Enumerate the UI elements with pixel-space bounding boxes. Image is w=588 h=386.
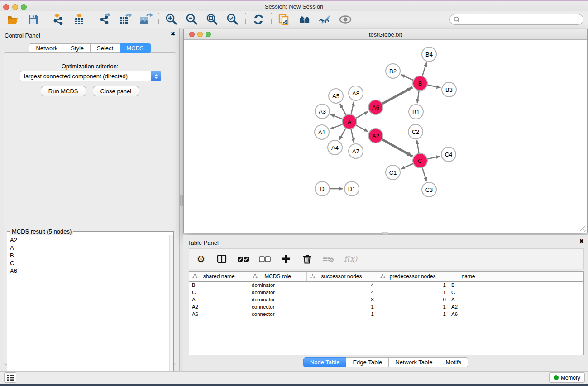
table-row[interactable]: Bdominator41B xyxy=(189,281,583,289)
table-row[interactable]: Cdominator41C xyxy=(189,289,583,296)
graph-node-B4[interactable]: B4 xyxy=(422,47,436,62)
graph-node-D1[interactable]: D1 xyxy=(344,181,359,196)
mcds-result-item[interactable]: A2 xyxy=(10,236,169,244)
tab-select[interactable]: Select xyxy=(91,43,120,53)
add-row-icon[interactable] xyxy=(281,254,292,263)
table-cell[interactable]: 0 xyxy=(377,296,449,303)
graph-node-C3[interactable]: C3 xyxy=(422,182,436,197)
graph-node-C[interactable]: C xyxy=(413,153,427,168)
table-cell[interactable]: 1 xyxy=(377,289,449,296)
network-canvas[interactable]: B4B2BB3A5A8A6A3B1AA1C2A2A4A7C4CC1C3DD1 xyxy=(184,40,587,233)
tab-style[interactable]: Style xyxy=(64,43,91,53)
hide-details-icon[interactable] xyxy=(318,13,332,26)
table-cell[interactable]: C xyxy=(189,289,249,296)
result-scrollbar[interactable] xyxy=(169,235,173,386)
graph-node-A5[interactable]: A5 xyxy=(329,89,343,103)
open-session-icon[interactable] xyxy=(6,13,19,26)
graph-node-D[interactable]: D xyxy=(315,181,330,196)
graph-node-B3[interactable]: B3 xyxy=(442,82,456,97)
zoom-selected-icon[interactable] xyxy=(226,13,239,26)
graph-node-B2[interactable]: B2 xyxy=(386,64,400,78)
float-panel-icon[interactable] xyxy=(570,240,574,244)
graph-node-A1[interactable]: A1 xyxy=(315,125,329,139)
mcds-result-item[interactable]: B xyxy=(10,252,169,259)
close-panel-icon[interactable]: ✖ xyxy=(171,31,175,37)
column-header-name[interactable]: name xyxy=(449,272,488,281)
zoom-fit-icon[interactable] xyxy=(206,13,219,26)
table-row[interactable]: Adominator80A xyxy=(189,296,583,303)
table-cell[interactable]: B xyxy=(449,281,488,289)
criterion-select[interactable]: largest connected component (directed) xyxy=(20,71,161,81)
tab-edge-table[interactable]: Edge Table xyxy=(346,357,389,367)
table-cell[interactable]: B xyxy=(189,281,249,289)
graph-node-A6[interactable]: A6 xyxy=(368,100,383,114)
table-cell[interactable]: 8 xyxy=(306,296,377,303)
column-header-MCDS-role[interactable]: MCDS role xyxy=(249,272,306,281)
float-panel-icon[interactable] xyxy=(162,33,166,37)
zoom-out-icon[interactable] xyxy=(185,13,199,26)
column-header-shared-name[interactable]: shared name xyxy=(189,272,249,281)
column-header-successor-nodes[interactable]: successor nodes xyxy=(306,272,377,281)
table-cell[interactable]: A xyxy=(449,296,488,303)
graph-node-B[interactable]: B xyxy=(413,76,427,91)
import-table-icon[interactable] xyxy=(72,13,86,26)
run-mcds-button[interactable]: Run MCDS xyxy=(41,86,86,96)
memory-button[interactable]: Memory xyxy=(549,372,585,383)
network-graph[interactable]: B4B2BB3A5A8A6A3B1AA1C2A2A4A7C4CC1C3DD1 xyxy=(184,40,587,233)
show-details-icon[interactable] xyxy=(339,13,352,26)
export-image-icon[interactable] xyxy=(139,13,153,26)
graph-node-C4[interactable]: C4 xyxy=(441,147,456,162)
clone-network-view-icon[interactable] xyxy=(277,13,291,26)
table-cell[interactable]: 1 xyxy=(377,310,449,318)
delete-rows-icon[interactable] xyxy=(301,254,312,264)
tab-network-table[interactable]: Network Table xyxy=(389,357,439,367)
home-icon[interactable] xyxy=(298,13,311,26)
table-cell[interactable]: A6 xyxy=(189,310,249,318)
select-all-icon[interactable] xyxy=(237,256,249,262)
deselect-all-icon[interactable] xyxy=(259,256,271,262)
show-columns-icon[interactable] xyxy=(216,254,227,263)
mcds-result-item[interactable]: C xyxy=(10,259,169,267)
table-cell[interactable]: A xyxy=(189,296,249,303)
tab-network[interactable]: Network xyxy=(29,43,64,53)
table-cell[interactable]: dominator xyxy=(249,296,306,303)
tab-node-table[interactable]: Node Table xyxy=(303,357,347,367)
close-panel-button[interactable]: Close panel xyxy=(93,86,139,96)
column-header-predecessor-nodes[interactable]: predecessor nodes xyxy=(377,272,449,281)
graph-node-A4[interactable]: A4 xyxy=(328,140,342,155)
panel-splitter-handle[interactable] xyxy=(180,195,183,206)
export-network-icon[interactable] xyxy=(98,13,112,26)
tab-motifs[interactable]: Motifs xyxy=(439,357,468,367)
table-cell[interactable]: C xyxy=(449,289,488,296)
graph-node-A[interactable]: A xyxy=(342,114,357,129)
table-cell[interactable]: connector xyxy=(249,310,306,318)
table-cell[interactable]: dominator xyxy=(249,281,306,289)
graph-node-B1[interactable]: B1 xyxy=(409,105,423,119)
save-session-icon[interactable] xyxy=(26,13,40,26)
mcds-result-item[interactable]: A6 xyxy=(10,267,169,275)
close-panel-icon[interactable]: ✖ xyxy=(579,238,584,244)
refresh-icon[interactable] xyxy=(252,13,265,26)
table-cell[interactable]: dominator xyxy=(249,289,306,296)
graph-node-C1[interactable]: C1 xyxy=(386,165,400,180)
import-network-icon[interactable] xyxy=(52,13,66,26)
settings-icon[interactable]: ⚙ xyxy=(196,254,206,264)
graph-node-A3[interactable]: A3 xyxy=(315,104,330,119)
table-cell[interactable]: 4 xyxy=(306,281,377,289)
table-cell[interactable]: A2 xyxy=(189,303,249,310)
graph-node-A2[interactable]: A2 xyxy=(368,129,383,143)
export-table-icon[interactable] xyxy=(119,13,132,26)
graph-node-C2[interactable]: C2 xyxy=(408,124,423,139)
graph-node-A8[interactable]: A8 xyxy=(349,86,363,100)
graph-node-A7[interactable]: A7 xyxy=(349,144,363,158)
table-cell[interactable]: 1 xyxy=(377,281,449,289)
table-row[interactable]: A2connector11A2 xyxy=(189,303,583,310)
mcds-result-item[interactable]: A xyxy=(10,244,169,252)
task-history-button[interactable] xyxy=(4,372,16,383)
delete-table-icon[interactable] xyxy=(322,255,334,262)
table-splitter-handle[interactable] xyxy=(382,232,388,235)
search-input[interactable] xyxy=(449,14,583,25)
node-table[interactable]: shared nameMCDS rolesuccessor nodesprede… xyxy=(189,272,583,318)
table-row[interactable]: A6connector11A6 xyxy=(189,310,583,318)
function-builder-icon[interactable]: f(x) xyxy=(344,254,357,263)
